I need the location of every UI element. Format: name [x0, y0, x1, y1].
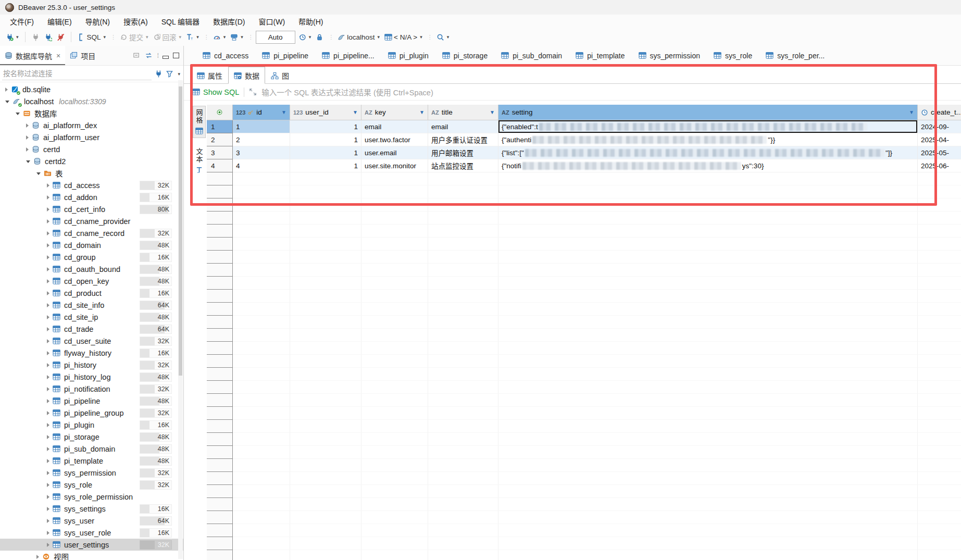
tree-node-dbsqlite[interactable]: db.sqlite	[0, 83, 183, 95]
empty-cell[interactable]	[428, 446, 498, 459]
row-number-cell[interactable]	[207, 368, 233, 381]
empty-cell[interactable]	[428, 368, 498, 381]
row-number-cell[interactable]	[207, 264, 233, 277]
empty-cell[interactable]	[361, 407, 428, 420]
empty-cell[interactable]	[498, 316, 918, 329]
menu-search[interactable]: 搜索(A)	[117, 15, 155, 28]
cell-title[interactable]: 用户邮箱设置	[428, 146, 498, 159]
row-number-cell[interactable]	[207, 433, 233, 446]
empty-cell[interactable]	[361, 368, 428, 381]
empty-cell[interactable]	[428, 342, 498, 355]
tree-node-cd_domain[interactable]: cd_domain48K	[0, 239, 183, 251]
chevron-right-icon[interactable]	[47, 231, 49, 235]
empty-cell[interactable]	[918, 446, 961, 459]
tree-node-pi_sub_domain[interactable]: pi_sub_domain48K	[0, 443, 183, 455]
chevron-right-icon[interactable]	[47, 315, 49, 319]
row-number-cell[interactable]	[207, 407, 233, 420]
empty-cell[interactable]	[428, 537, 498, 550]
empty-cell[interactable]	[498, 485, 918, 498]
empty-cell[interactable]	[233, 394, 290, 407]
empty-cell[interactable]	[290, 472, 361, 485]
empty-cell[interactable]	[498, 251, 918, 264]
column-header-id[interactable]: 123id▼	[233, 105, 290, 120]
empty-cell[interactable]	[233, 303, 290, 316]
empty-cell[interactable]	[428, 511, 498, 524]
result-tab-图[interactable]: 图	[265, 67, 295, 84]
empty-cell[interactable]	[233, 238, 290, 251]
connection-filter-input[interactable]	[2, 68, 152, 80]
tree-node-flyway_history[interactable]: flyway_history16K	[0, 347, 183, 359]
row-number-cell[interactable]	[207, 459, 233, 472]
row-number-cell[interactable]	[207, 355, 233, 368]
new-connection-button[interactable]: ▾	[4, 32, 20, 43]
empty-cell[interactable]	[361, 420, 428, 433]
chevron-right-icon[interactable]	[47, 255, 49, 259]
row-number-cell[interactable]	[207, 472, 233, 485]
cell-key[interactable]: user.two.factor	[361, 133, 428, 146]
empty-cell[interactable]	[428, 303, 498, 316]
empty-cell[interactable]	[361, 211, 428, 225]
row-number-cell[interactable]	[207, 537, 233, 550]
close-icon[interactable]: ×	[56, 52, 60, 60]
cell-title[interactable]: email	[428, 120, 498, 133]
connection-selector[interactable]: localhost▾	[336, 32, 381, 43]
chevron-right-icon[interactable]	[47, 183, 49, 188]
sql-editor-button[interactable]: SQL▾	[76, 32, 108, 43]
tree-node-sys_permission[interactable]: sys_permission32K	[0, 467, 183, 479]
empty-cell[interactable]	[428, 459, 498, 472]
empty-cell[interactable]	[290, 511, 361, 524]
chevron-right-icon[interactable]	[47, 519, 49, 523]
tree-node-cd_site_info[interactable]: cd_site_info64K	[0, 299, 183, 311]
empty-cell[interactable]	[498, 472, 918, 485]
cell-user-id[interactable]: 1	[290, 146, 361, 159]
tab-database-navigator[interactable]: 数据库导航 ×	[0, 46, 65, 65]
empty-cell[interactable]	[233, 498, 290, 511]
empty-cell[interactable]	[233, 316, 290, 329]
tree-node-certd[interactable]: certd	[0, 143, 183, 155]
chevron-right-icon[interactable]	[47, 207, 49, 211]
empty-cell[interactable]	[428, 238, 498, 251]
empty-cell[interactable]	[361, 238, 428, 251]
tree-node-sys_role[interactable]: sys_role32K	[0, 479, 183, 491]
empty-cell[interactable]	[498, 225, 918, 238]
empty-cell[interactable]	[290, 420, 361, 433]
empty-cell[interactable]	[233, 225, 290, 238]
empty-cell[interactable]	[290, 290, 361, 303]
empty-cell[interactable]	[290, 198, 361, 211]
chevron-right-icon[interactable]	[47, 507, 49, 511]
editor-tab-sys_role_per[interactable]: sys_role_per...	[766, 52, 825, 60]
empty-cell[interactable]	[233, 420, 290, 433]
tree-node-cd_group[interactable]: cd_group16K	[0, 251, 183, 263]
row-number-cell[interactable]	[207, 420, 233, 433]
row-number-cell[interactable]	[207, 498, 233, 511]
chevron-right-icon[interactable]	[26, 147, 29, 152]
chevron-right-icon[interactable]	[47, 387, 49, 391]
empty-cell[interactable]	[290, 446, 361, 459]
empty-cell[interactable]	[233, 329, 290, 342]
empty-cell[interactable]	[428, 329, 498, 342]
empty-cell[interactable]	[918, 329, 961, 342]
empty-cell[interactable]	[290, 172, 361, 185]
tree-node-certd2[interactable]: certd2	[0, 155, 183, 167]
row-number-cell[interactable]	[207, 511, 233, 524]
empty-cell[interactable]	[498, 511, 918, 524]
row-number-cell[interactable]	[207, 277, 233, 290]
empty-cell[interactable]	[290, 433, 361, 446]
rollback-button[interactable]: 回滚▾	[152, 30, 183, 44]
tree-node-cd_site_ip[interactable]: cd_site_ip48K	[0, 311, 183, 323]
empty-cell[interactable]	[233, 185, 290, 198]
history-button[interactable]: ▾	[297, 32, 313, 43]
empty-cell[interactable]	[498, 394, 918, 407]
empty-cell[interactable]	[361, 394, 428, 407]
lock-button[interactable]	[314, 32, 325, 43]
menu-edit[interactable]: 编辑(E)	[41, 15, 79, 28]
empty-cell[interactable]	[233, 381, 290, 394]
chevron-right-icon[interactable]	[5, 88, 8, 92]
empty-cell[interactable]	[498, 355, 918, 368]
menu-navigate[interactable]: 导航(N)	[79, 15, 117, 28]
tree-node-pi_history_log[interactable]: pi_history_log48K	[0, 371, 183, 383]
commit-mode-select[interactable]: Auto	[256, 31, 295, 44]
empty-cell[interactable]	[233, 198, 290, 211]
empty-cell[interactable]	[428, 225, 498, 238]
row-number-cell[interactable]	[207, 198, 233, 211]
